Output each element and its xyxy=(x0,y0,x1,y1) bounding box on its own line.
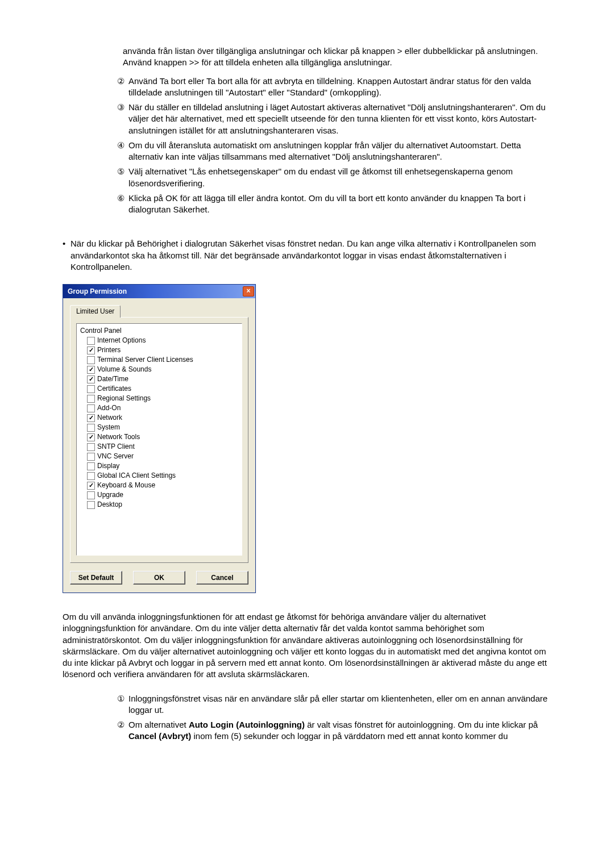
tree-item[interactable]: Add-On xyxy=(79,403,239,413)
checkbox-icon[interactable] xyxy=(87,424,95,432)
tree-item-label: Certificates xyxy=(97,384,131,394)
list-item: ⑤Välj alternativet "Lås enhetsegenskaper… xyxy=(115,166,551,189)
tree-item[interactable]: Volume & Sounds xyxy=(79,365,239,374)
numbered-list-1: ②Använd Ta bort eller Ta bort alla för a… xyxy=(115,76,551,216)
tab-label: Limited User xyxy=(76,307,114,315)
bullet-dot-icon: • xyxy=(63,238,70,273)
tree-item-label: Display xyxy=(97,461,119,471)
list-item: ②Om alternativet Auto Login (Autoinloggn… xyxy=(115,719,551,742)
checkbox-icon[interactable] xyxy=(87,414,95,422)
item-number: ④ xyxy=(115,140,126,163)
tree-item[interactable]: Desktop xyxy=(79,500,239,510)
dialog-title: Group Permission xyxy=(68,287,127,296)
checkbox-icon[interactable] xyxy=(87,501,95,509)
checkbox-icon[interactable] xyxy=(87,356,95,364)
item-text: Klicka på OK för att lägga till eller än… xyxy=(126,193,551,216)
bullet-text: När du klickar på Behörighet i dialogrut… xyxy=(70,238,551,273)
checkbox-icon[interactable] xyxy=(87,375,95,383)
checkbox-icon[interactable] xyxy=(87,395,95,403)
tree-item-label: Upgrade xyxy=(97,490,123,500)
item-text: Välj alternativet "Lås enhetsegenskaper"… xyxy=(126,166,551,189)
item-number: ② xyxy=(115,76,126,99)
item-number: ① xyxy=(115,693,126,716)
dialog-button-row: Set Default OK Cancel xyxy=(70,571,248,585)
after-dialog-paragraph: Om du vill använda inloggningsfunktionen… xyxy=(63,611,551,681)
checkbox-icon[interactable] xyxy=(87,491,95,499)
tree-item[interactable]: SNTP Client xyxy=(79,442,239,452)
tree-item-label: Terminal Server Client Licenses xyxy=(97,355,193,365)
tree-item[interactable]: Certificates xyxy=(79,384,239,394)
tree-item-label: Network xyxy=(97,413,122,423)
list-item: ⑥Klicka på OK för att lägga till eller ä… xyxy=(115,193,551,216)
tree-item[interactable]: Keyboard & Mouse xyxy=(79,481,239,490)
checkbox-icon[interactable] xyxy=(87,433,95,441)
tree-root-label: Control Panel xyxy=(79,326,239,336)
item-number: ⑥ xyxy=(115,193,126,216)
checkbox-icon[interactable] xyxy=(87,337,95,345)
item-text: Om du vill återansluta automatiskt om an… xyxy=(126,140,551,163)
tree-item[interactable]: Network Tools xyxy=(79,432,239,442)
tree-item-label: Keyboard & Mouse xyxy=(97,481,155,490)
tree-item-label: System xyxy=(97,423,120,432)
checkbox-icon[interactable] xyxy=(87,453,95,461)
list-item: ③När du ställer en tilldelad anslutning … xyxy=(115,102,551,136)
checkbox-icon[interactable] xyxy=(87,462,95,470)
item-text: Inloggningsfönstret visas när en använda… xyxy=(126,693,551,716)
tree-item[interactable]: System xyxy=(79,423,239,432)
tree-item-label: Printers xyxy=(97,345,121,355)
button-label: Set Default xyxy=(78,574,114,582)
tree-item[interactable]: Upgrade xyxy=(79,490,239,500)
button-label: OK xyxy=(154,574,164,582)
checkbox-icon[interactable] xyxy=(87,385,95,393)
tree-item[interactable]: Terminal Server Client Licenses xyxy=(79,355,239,365)
tab-panel: Control Panel Internet OptionsPrintersTe… xyxy=(70,317,248,563)
list-item: ①Inloggningsfönstret visas när en använd… xyxy=(115,693,551,716)
tree-item[interactable]: Global ICA Client Settings xyxy=(79,471,239,481)
bullet-paragraph: • När du klickar på Behörighet i dialogr… xyxy=(63,238,551,273)
tab-strip: Limited User xyxy=(70,305,248,318)
intro-continuation: använda från listan över tillgängliga an… xyxy=(123,45,551,69)
tree-item[interactable]: Date/Time xyxy=(79,374,239,384)
tree-item-label: VNC Server xyxy=(97,452,134,461)
tree-item[interactable]: Internet Options xyxy=(79,336,239,345)
tree-item[interactable]: Network xyxy=(79,413,239,423)
tree-item-label: SNTP Client xyxy=(97,442,135,452)
item-number: ② xyxy=(115,719,126,742)
tree-item-label: Global ICA Client Settings xyxy=(97,471,176,481)
tree-item-label: Regional Settings xyxy=(97,394,151,403)
checkbox-icon[interactable] xyxy=(87,366,95,374)
tree-item[interactable]: Display xyxy=(79,461,239,471)
numbered-list-2: ①Inloggningsfönstret visas när en använd… xyxy=(115,693,551,742)
tree-item-label: Volume & Sounds xyxy=(97,365,151,374)
after-text: Om du vill använda inloggningsfunktionen… xyxy=(63,612,547,679)
dialog-body: Limited User Control Panel Internet Opti… xyxy=(63,298,255,592)
list-item: ④Om du vill återansluta automatiskt om a… xyxy=(115,140,551,163)
item-text: Om alternativet Auto Login (Autoinloggni… xyxy=(126,719,551,742)
checkbox-icon[interactable] xyxy=(87,347,95,354)
dialog-titlebar: Group Permission × xyxy=(63,285,255,298)
checkbox-icon[interactable] xyxy=(87,443,95,451)
intro-text: använda från listan över tillgängliga an… xyxy=(123,46,538,67)
tree-item-label: Add-On xyxy=(97,403,121,413)
tree-item[interactable]: VNC Server xyxy=(79,452,239,461)
item-number: ③ xyxy=(115,102,126,136)
list-item: ②Använd Ta bort eller Ta bort alla för a… xyxy=(115,76,551,99)
checkbox-icon[interactable] xyxy=(87,404,95,412)
tab-limited-user[interactable]: Limited User xyxy=(70,305,121,318)
checkbox-icon[interactable] xyxy=(87,472,95,480)
tree-item[interactable]: Regional Settings xyxy=(79,394,239,403)
set-default-button[interactable]: Set Default xyxy=(70,571,122,585)
tree-item[interactable]: Printers xyxy=(79,345,239,355)
cancel-button[interactable]: Cancel xyxy=(196,571,248,585)
item-text: Använd Ta bort eller Ta bort alla för at… xyxy=(126,76,551,99)
ok-button[interactable]: OK xyxy=(133,571,185,585)
checkbox-icon[interactable] xyxy=(87,482,95,490)
close-icon[interactable]: × xyxy=(243,286,254,297)
group-permission-dialog: Group Permission × Limited User Control … xyxy=(63,284,256,593)
item-text: När du ställer en tilldelad anslutning i… xyxy=(126,102,551,136)
permission-tree[interactable]: Control Panel Internet OptionsPrintersTe… xyxy=(76,323,242,556)
dialog-screenshot: Group Permission × Limited User Control … xyxy=(63,284,551,593)
tree-item-label: Network Tools xyxy=(97,432,140,442)
tree-item-label: Desktop xyxy=(97,500,122,510)
item-number: ⑤ xyxy=(115,166,126,189)
